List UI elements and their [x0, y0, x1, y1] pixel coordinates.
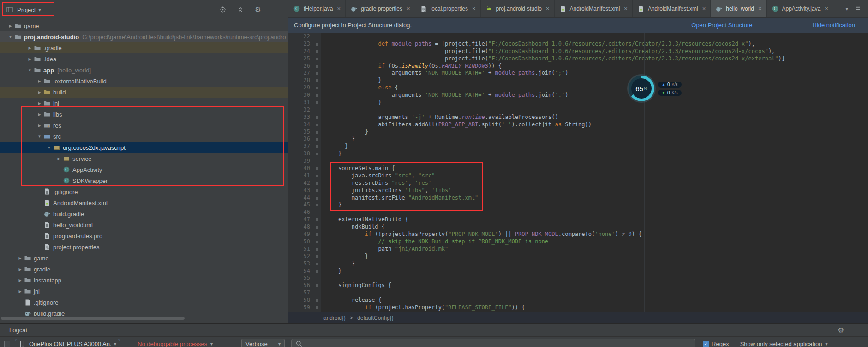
tree-item-app[interactable]: ▼app[hello_world]: [0, 65, 288, 76]
collapsed-arrow-icon[interactable]: ▶: [16, 256, 24, 260]
code-line-34[interactable]: 34 abiFilters.addAll(PROP_APP_ABI.split(…: [288, 121, 868, 129]
tree-item-hello-world-iml[interactable]: hello_world.iml: [0, 219, 288, 230]
code-line-27[interactable]: 27 arguments 'NDK_MODULE_PATH=' + module…: [288, 70, 868, 77]
code-line-59[interactable]: 59 if (project.hasProperty("RELEASE_STOR…: [288, 304, 868, 312]
close-icon[interactable]: ×: [758, 5, 762, 12]
tree-item-gradle[interactable]: ▶.gradle: [0, 42, 288, 53]
code-line-25[interactable]: 25 project.file("F:/CocosDashboard_1.0.6…: [288, 55, 868, 63]
logcat-search-input[interactable]: [306, 340, 691, 347]
device-select[interactable]: OnePlus ONEPLUS A3000 An... ▾: [15, 339, 120, 347]
breadcrumb-item-defaultconfig[interactable]: defaultConfig{}: [357, 315, 394, 321]
logcat-search-field[interactable]: [291, 339, 695, 347]
close-icon[interactable]: ×: [702, 5, 706, 12]
tree-item-project-properties[interactable]: project.properties: [0, 241, 288, 253]
collapsed-arrow-icon[interactable]: ▶: [36, 79, 43, 83]
code-line-41[interactable]: 41 java.srcDirs "src", "src": [288, 172, 868, 180]
tree-item-androidmanifest-xml[interactable]: AndroidManifest.xml: [0, 197, 288, 208]
tree-item-build-gradle[interactable]: build.gradle: [0, 208, 288, 219]
tree-item-jni[interactable]: ▶jni: [0, 286, 288, 297]
close-icon[interactable]: ×: [472, 5, 476, 12]
process-select[interactable]: No debuggable processes ▾: [138, 341, 213, 347]
hide-notification-link[interactable]: Hide notification: [813, 22, 856, 29]
tree-item-org-cocos2dx-javascript[interactable]: ▼org.cocos2dx.javascript: [0, 142, 288, 153]
code-line-50[interactable]: 50 // skip the NDK Build step if PROP_ND…: [288, 238, 868, 246]
code-line-30[interactable]: 30 arguments 'NDK_MODULE_PATH=' + module…: [288, 92, 868, 99]
collapsed-arrow-icon[interactable]: ▶: [36, 101, 43, 106]
horizontal-scrollbar-thumb[interactable]: [1, 317, 185, 320]
code-line-29[interactable]: 29 else {: [288, 84, 868, 92]
log-level-select[interactable]: Verbose ▾: [241, 339, 285, 347]
code-line-52[interactable]: 52 }: [288, 253, 868, 260]
tree-item-appactivity[interactable]: CAppActivity: [0, 164, 288, 175]
tab-androidmanifest-xml[interactable]: AndroidManifest.xml×: [633, 0, 711, 17]
tree-item-game[interactable]: ▶game: [0, 20, 288, 31]
tree-item-res[interactable]: ▶res: [0, 120, 288, 131]
code-line-22[interactable]: 22: [288, 33, 868, 41]
tree-item-externalnativebuild[interactable]: ▶.externalNativeBuild: [0, 76, 288, 87]
code-line-48[interactable]: 48 ndkBuild {: [288, 223, 868, 231]
collapsed-arrow-icon[interactable]: ▶: [6, 24, 14, 28]
close-icon[interactable]: ×: [546, 5, 550, 12]
tab-local-properties[interactable]: local.properties×: [415, 0, 481, 17]
close-icon[interactable]: ×: [825, 5, 828, 12]
open-project-structure-link[interactable]: Open Project Structure: [691, 22, 752, 29]
tab-thelper-java[interactable]: CtHelper.java×: [288, 0, 346, 17]
code-line-23[interactable]: 23 def module_paths = [project.file("F:/…: [288, 41, 868, 48]
tab-appactivity-java[interactable]: CAppActivity.java×: [767, 0, 833, 17]
hide-icon[interactable]: ─: [855, 327, 859, 334]
collapsed-arrow-icon[interactable]: ▶: [16, 278, 24, 282]
expanded-arrow-icon[interactable]: ▼: [26, 68, 34, 72]
tree-item-sdkwrapper[interactable]: CSDKWrapper: [0, 175, 288, 186]
code-line-38[interactable]: 38 }: [288, 150, 868, 158]
code-line-36[interactable]: 36 }: [288, 135, 868, 143]
tab-proj-android-studio[interactable]: proj.android-studio×: [481, 0, 555, 17]
tree-item-gitignore[interactable]: .gitignore: [0, 297, 288, 308]
collapsed-arrow-icon[interactable]: ▶: [16, 267, 24, 271]
collapsed-arrow-icon[interactable]: ▶: [26, 57, 34, 61]
tab-gradle-properties[interactable]: gradle.properties×: [346, 0, 415, 17]
project-view-selector[interactable]: Project ▾: [0, 6, 41, 13]
collapsed-arrow-icon[interactable]: ▶: [36, 90, 43, 94]
code-line-42[interactable]: 42 res.srcDirs "res", 'res': [288, 180, 868, 187]
collapsed-arrow-icon[interactable]: ▶: [36, 124, 43, 128]
tree-item-instantapp[interactable]: ▶instantapp: [0, 275, 288, 286]
code-line-26[interactable]: 26 if (Os.isFamily(Os.FAMILY_WINDOWS)) {: [288, 63, 868, 70]
code-line-33[interactable]: 33 arguments '-j' + Runtime.runtime.avai…: [288, 114, 868, 121]
tab-hello-world[interactable]: hello_world×: [711, 0, 766, 17]
menu-icon[interactable]: [854, 4, 862, 13]
dropdown-icon[interactable]: ▾: [845, 5, 848, 12]
code-line-45[interactable]: 45 }: [288, 201, 868, 209]
code-line-40[interactable]: 40 sourceSets.main {: [288, 165, 868, 172]
gear-icon[interactable]: ⚙: [254, 6, 262, 14]
expanded-arrow-icon[interactable]: ▼: [45, 146, 53, 150]
code-line-54[interactable]: 54 }: [288, 268, 868, 275]
gear-icon[interactable]: ⚙: [838, 326, 844, 335]
close-icon[interactable]: ×: [337, 5, 341, 12]
hide-icon[interactable]: ─: [271, 6, 280, 14]
code-line-32[interactable]: 32: [288, 106, 868, 114]
code-line-35[interactable]: 35 }: [288, 129, 868, 136]
close-icon[interactable]: ×: [407, 5, 410, 12]
close-icon[interactable]: ×: [624, 5, 628, 12]
tree-item-gradle[interactable]: ▶gradle: [0, 264, 288, 275]
code-line-46[interactable]: 46: [288, 209, 868, 216]
code-line-31[interactable]: 31 }: [288, 99, 868, 106]
tree-item-libs[interactable]: ▶libs: [0, 109, 288, 120]
collapsed-arrow-icon[interactable]: ▶: [16, 289, 24, 294]
app-filter-select[interactable]: Show only selected application ▾: [740, 341, 828, 347]
tree-item-game[interactable]: ▶game: [0, 253, 288, 264]
tree-item-src[interactable]: ▼src: [0, 131, 288, 142]
code-line-57[interactable]: 57: [288, 289, 868, 297]
code-line-24[interactable]: 24 project.file("F:/CocosDashboard_1.0.6…: [288, 48, 868, 55]
code-line-44[interactable]: 44 manifest.srcFile "AndroidManifest.xml…: [288, 194, 868, 202]
logcat-checkbox[interactable]: [4, 341, 10, 347]
code-line-53[interactable]: 53 }: [288, 260, 868, 268]
code-line-47[interactable]: 47 externalNativeBuild {: [288, 216, 868, 223]
tree-item-gitignore[interactable]: .gitignore: [0, 186, 288, 197]
code-line-49[interactable]: 49 if (!project.hasProperty("PROP_NDK_MO…: [288, 231, 868, 238]
regex-checkbox[interactable]: ✓: [703, 341, 709, 347]
locate-icon[interactable]: [219, 6, 227, 14]
code-line-55[interactable]: 55: [288, 275, 868, 282]
tree-item-build[interactable]: ▶build: [0, 87, 288, 98]
expanded-arrow-icon[interactable]: ▼: [6, 35, 14, 39]
